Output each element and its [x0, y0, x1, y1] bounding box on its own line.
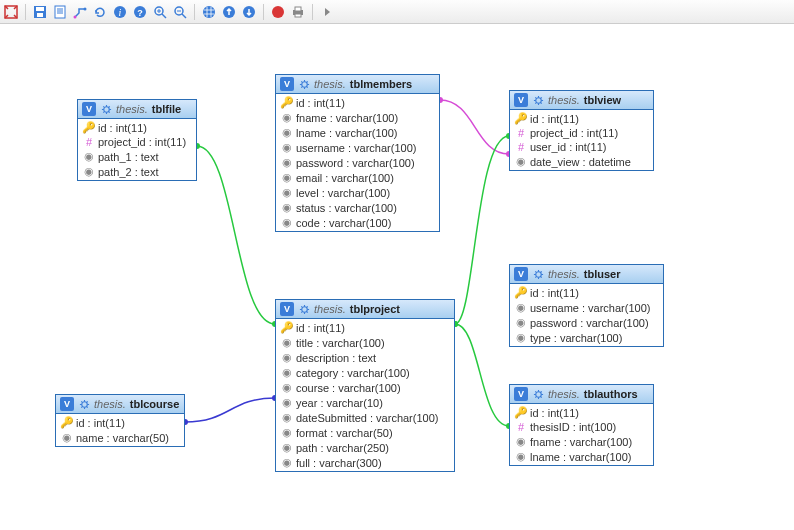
gear-icon[interactable] — [298, 303, 310, 315]
separator — [194, 4, 195, 20]
column-text: id : int(11) — [530, 113, 579, 125]
gear-icon[interactable] — [532, 388, 544, 400]
column[interactable]: ◉username : varchar(100) — [510, 300, 663, 315]
column[interactable]: ◉level : varchar(100) — [276, 185, 439, 200]
relation-line — [185, 398, 275, 422]
info-icon[interactable]: i — [111, 3, 129, 21]
table-body: 🔑id : int(11)#project_id : int(11)◉path_… — [78, 119, 196, 180]
relation-icon[interactable] — [71, 3, 89, 21]
table-v-icon[interactable]: V — [280, 77, 294, 91]
doc-icon[interactable] — [51, 3, 69, 21]
table-name: tblauthors — [584, 388, 638, 400]
column[interactable]: #user_id : int(11) — [510, 140, 653, 154]
table-header[interactable]: V thesis.tblproject — [276, 300, 454, 319]
table-tblmembers[interactable]: V thesis.tblmembers 🔑id : int(11)◉fname … — [275, 74, 440, 232]
column[interactable]: 🔑id : int(11) — [510, 405, 653, 420]
gear-icon[interactable] — [532, 268, 544, 280]
table-header[interactable]: V thesis.tbluser — [510, 265, 663, 284]
table-header[interactable]: V thesis.tblview — [510, 91, 653, 110]
table-v-icon[interactable]: V — [514, 267, 528, 281]
expand-icon[interactable] — [2, 3, 20, 21]
reload-icon[interactable] — [91, 3, 109, 21]
table-v-icon[interactable]: V — [280, 302, 294, 316]
column[interactable]: ◉full : varchar(300) — [276, 455, 454, 470]
column[interactable]: #thesisID : int(100) — [510, 420, 653, 434]
svg-rect-18 — [295, 7, 301, 11]
column[interactable]: ◉year : varchar(10) — [276, 395, 454, 410]
column[interactable]: 🔑id : int(11) — [510, 285, 663, 300]
column[interactable]: ◉status : varchar(100) — [276, 200, 439, 215]
column[interactable]: 🔑id : int(11) — [56, 415, 184, 430]
column[interactable]: ◉lname : varchar(100) — [276, 125, 439, 140]
column[interactable]: ◉description : text — [276, 350, 454, 365]
table-body: 🔑id : int(11)◉fname : varchar(100)◉lname… — [276, 94, 439, 231]
column[interactable]: ◉path : varchar(250) — [276, 440, 454, 455]
column[interactable]: ◉date_view : datetime — [510, 154, 653, 169]
pdf-icon[interactable] — [269, 3, 287, 21]
column[interactable]: #project_id : int(11) — [510, 126, 653, 140]
table-v-icon[interactable]: V — [514, 387, 528, 401]
column[interactable]: ◉password : varchar(100) — [276, 155, 439, 170]
export-up-icon[interactable] — [220, 3, 238, 21]
table-tblauthors[interactable]: V thesis.tblauthors 🔑id : int(11)#thesis… — [509, 384, 654, 466]
print-icon[interactable] — [289, 3, 307, 21]
column[interactable]: #project_id : int(11) — [78, 135, 196, 149]
column[interactable]: ◉fname : varchar(100) — [276, 110, 439, 125]
table-v-icon[interactable]: V — [60, 397, 74, 411]
column[interactable]: ◉path_2 : text — [78, 164, 196, 179]
table-v-icon[interactable]: V — [82, 102, 96, 116]
column[interactable]: ◉code : varchar(100) — [276, 215, 439, 230]
table-tblview[interactable]: V thesis.tblview 🔑id : int(11)#project_i… — [509, 90, 654, 171]
column[interactable]: ◉title : varchar(100) — [276, 335, 454, 350]
column[interactable]: ◉name : varchar(50) — [56, 430, 184, 445]
table-header[interactable]: V thesis.tblmembers — [276, 75, 439, 94]
column[interactable]: 🔑id : int(11) — [510, 111, 653, 126]
column-text: title : varchar(100) — [296, 337, 385, 349]
table-header[interactable]: V thesis.tblauthors — [510, 385, 653, 404]
table-tblfile[interactable]: V thesis.tblfile 🔑id : int(11)#project_i… — [77, 99, 197, 181]
column[interactable]: ◉category : varchar(100) — [276, 365, 454, 380]
diagram-canvas[interactable]: V thesis.tblfile 🔑id : int(11)#project_i… — [0, 24, 794, 530]
table-header[interactable]: V thesis.tblcourse — [56, 395, 184, 414]
table-tbluser[interactable]: V thesis.tbluser 🔑id : int(11)◉username … — [509, 264, 664, 347]
table-tblproject[interactable]: V thesis.tblproject 🔑id : int(11)◉title … — [275, 299, 455, 472]
column-text: id : int(11) — [76, 417, 125, 429]
column[interactable]: ◉path_1 : text — [78, 149, 196, 164]
column[interactable]: ◉dateSubmitted : varchar(100) — [276, 410, 454, 425]
table-schema: thesis. — [314, 78, 346, 90]
gear-icon[interactable] — [532, 94, 544, 106]
column-text: email : varchar(100) — [296, 172, 394, 184]
grid-icon[interactable] — [200, 3, 218, 21]
table-v-icon[interactable]: V — [514, 93, 528, 107]
column[interactable]: ◉fname : varchar(100) — [510, 434, 653, 449]
table-body: 🔑id : int(11)◉title : varchar(100)◉descr… — [276, 319, 454, 471]
save-icon[interactable] — [31, 3, 49, 21]
table-header[interactable]: V thesis.tblfile — [78, 100, 196, 119]
column-text: id : int(11) — [98, 122, 147, 134]
column[interactable]: 🔑id : int(11) — [276, 320, 454, 335]
gear-icon[interactable] — [298, 78, 310, 90]
column[interactable]: ◉username : varchar(100) — [276, 140, 439, 155]
column-text: full : varchar(300) — [296, 457, 382, 469]
svg-text:i: i — [119, 7, 122, 18]
column[interactable]: ◉email : varchar(100) — [276, 170, 439, 185]
zoom-in-icon[interactable] — [151, 3, 169, 21]
svg-rect-2 — [36, 7, 44, 11]
gear-icon[interactable] — [78, 398, 90, 410]
column[interactable]: ◉course : varchar(100) — [276, 380, 454, 395]
column[interactable]: 🔑id : int(11) — [78, 120, 196, 135]
next-icon[interactable] — [318, 3, 336, 21]
export-down-icon[interactable] — [240, 3, 258, 21]
column[interactable]: ◉password : varchar(100) — [510, 315, 663, 330]
table-body: 🔑id : int(11)#project_id : int(11)#user_… — [510, 110, 653, 170]
gear-icon[interactable] — [100, 103, 112, 115]
zoom-out-icon[interactable] — [171, 3, 189, 21]
column[interactable]: ◉type : varchar(100) — [510, 330, 663, 345]
column[interactable]: 🔑id : int(11) — [276, 95, 439, 110]
column-text: year : varchar(10) — [296, 397, 383, 409]
help-icon[interactable]: ? — [131, 3, 149, 21]
column[interactable]: ◉lname : varchar(100) — [510, 449, 653, 464]
column-text: dateSubmitted : varchar(100) — [296, 412, 438, 424]
column[interactable]: ◉format : varchar(50) — [276, 425, 454, 440]
table-tblcourse[interactable]: V thesis.tblcourse 🔑id : int(11)◉name : … — [55, 394, 185, 447]
